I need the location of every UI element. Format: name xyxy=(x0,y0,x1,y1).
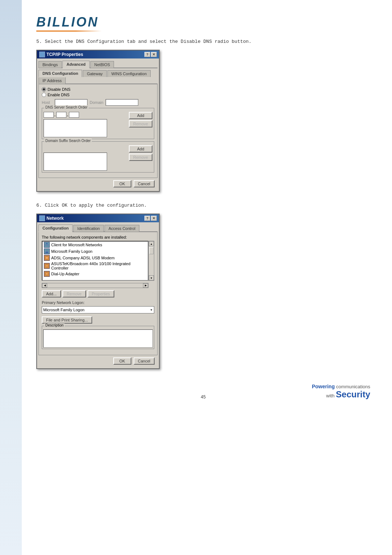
network-title-left: Network xyxy=(39,215,64,221)
tcpip-title-text: TCP/IP Properties xyxy=(46,52,83,57)
network-item-3[interactable]: ADSL Company ADSL USB Modem xyxy=(42,255,148,261)
network-item-4[interactable]: ASUSTeK/Broadcom 440x 10/100 Integrated … xyxy=(42,261,148,271)
domain-add-button[interactable]: Add xyxy=(129,145,152,153)
tab-gateway[interactable]: Gateway xyxy=(83,70,106,77)
dns-remove-button[interactable]: Remove xyxy=(129,120,152,127)
network-scrollbar[interactable]: ▲ ▼ xyxy=(148,241,154,281)
network-icon-1 xyxy=(44,242,50,248)
close-button[interactable]: ✕ xyxy=(151,52,157,57)
tab-ip-address[interactable]: IP Address xyxy=(38,77,66,84)
network-tabs-row: Configuration Identification Access Cont… xyxy=(38,224,158,232)
dns-add-button[interactable]: Add xyxy=(129,112,152,119)
network-item-1[interactable]: Client for Microsoft Networks xyxy=(42,242,148,248)
tcpip-dialog-controls: ? ✕ xyxy=(144,52,157,57)
network-close-button[interactable]: ✕ xyxy=(151,216,157,221)
scroll-down-arrow[interactable]: ▼ xyxy=(149,275,154,280)
network-icon-4 xyxy=(44,263,50,269)
tab-identification[interactable]: Identification xyxy=(73,225,104,232)
net-remove-button[interactable]: Remove xyxy=(62,290,86,297)
network-content: Configuration Identification Access Cont… xyxy=(37,222,159,368)
tabs-row1: Bindings Advanced NetBIOS xyxy=(38,60,158,68)
network-title-text: Network xyxy=(46,216,64,221)
domain-suffix-list[interactable] xyxy=(44,153,107,171)
step6-text: 6. Click OK to apply the configuration. xyxy=(36,203,370,208)
brand-tagline: Powering communicationswith Security xyxy=(259,384,370,400)
ip-seg2[interactable] xyxy=(56,112,66,118)
scroll-thumb[interactable] xyxy=(149,247,154,254)
tab-dns-config[interactable]: DNS Configuration xyxy=(38,70,82,77)
network-cancel-button[interactable]: Cancel xyxy=(134,357,155,365)
brand-area: Powering communicationswith Security xyxy=(259,384,370,400)
tabs-row2: DNS Configuration Gateway WINS Configura… xyxy=(38,69,158,84)
dns-server-content: . . Add Remove xyxy=(44,112,152,137)
hscroll-left-arrow[interactable]: ◀ xyxy=(42,283,47,288)
description-box: Description xyxy=(42,326,154,349)
hscroll-right-arrow[interactable]: ▶ xyxy=(143,283,148,288)
radio-disable-dns[interactable]: Disable DNS xyxy=(42,87,154,92)
svg-rect-1 xyxy=(46,243,48,244)
radio-enable-dns-input[interactable] xyxy=(42,93,46,97)
domain-suffix-content: Add Remove xyxy=(44,145,152,171)
radio-enable-dns[interactable]: Enable DNS xyxy=(42,93,154,97)
network-dialog: Network ? ✕ Configuration Identification… xyxy=(36,214,160,369)
dns-server-buttons: Add Remove xyxy=(129,112,152,127)
primary-logon-dropdown[interactable]: Microsoft Family Logon ▼ xyxy=(42,306,154,313)
dns-server-section: DNS Server Search Order . . xyxy=(42,108,154,139)
network-help-button[interactable]: ? xyxy=(144,216,150,221)
domain-label: Domain xyxy=(90,100,103,105)
network-item-5[interactable]: Dial-Up Adapter xyxy=(42,271,148,277)
network-item-label-1: Client for Microsoft Networks xyxy=(51,243,102,247)
svg-rect-5 xyxy=(46,257,48,259)
description-legend: Description xyxy=(44,323,65,327)
network-item-label-2: Microsoft Family Logon xyxy=(51,249,93,254)
tab-wins[interactable]: WINS Configuration xyxy=(107,70,151,77)
tcpip-cancel-button[interactable]: Cancel xyxy=(134,180,155,187)
tcpip-titlebar: TCP/IP Properties ? ✕ xyxy=(37,50,159,58)
net-add-button[interactable]: Add... xyxy=(42,290,61,297)
tab-netbios[interactable]: NetBIOS xyxy=(90,61,114,68)
host-label: Host xyxy=(42,100,53,105)
network-title-icon xyxy=(39,215,45,221)
domain-suffix-buttons: Add Remove xyxy=(129,145,152,161)
tcpip-title-icon xyxy=(39,52,45,57)
tcpip-footer: OK Cancel xyxy=(38,178,158,190)
network-scroll-area: Client for Microsoft Networks Microsoft … xyxy=(42,241,148,281)
host-input[interactable] xyxy=(55,99,87,106)
net-properties-button[interactable]: Properties xyxy=(87,290,114,297)
radio-disable-dns-input[interactable] xyxy=(42,87,46,92)
network-intro-text: The following network components are ins… xyxy=(42,235,154,239)
client-icon xyxy=(45,243,49,247)
ip-seg1[interactable] xyxy=(44,112,54,118)
domain-remove-button[interactable]: Remove xyxy=(129,154,152,161)
help-button[interactable]: ? xyxy=(144,52,150,57)
ip-seg3[interactable] xyxy=(69,112,79,118)
host-domain-row: Host Domain xyxy=(42,99,154,106)
network-icon-5 xyxy=(44,271,50,277)
svg-point-9 xyxy=(46,273,48,275)
tcpip-ok-button[interactable]: OK xyxy=(113,180,131,187)
network-dialog-controls: ? ✕ xyxy=(144,216,157,221)
network-icon-2 xyxy=(44,248,50,254)
file-sharing-button[interactable]: File and Print Sharing... xyxy=(42,316,92,324)
dialup-icon xyxy=(45,272,49,276)
tab-bindings[interactable]: Bindings xyxy=(38,61,62,68)
tab-advanced[interactable]: Advanced xyxy=(62,61,90,68)
tab-configuration[interactable]: Configuration xyxy=(38,224,73,232)
network-ok-button[interactable]: OK xyxy=(113,357,131,365)
domain-suffix-section: Domain Suffix Search Order Add Remove xyxy=(42,141,154,173)
dns-server-legend: DNS Server Search Order xyxy=(44,105,89,109)
network-hscrollbar[interactable]: ◀ ▶ xyxy=(42,283,148,288)
radio-enable-dns-label: Enable DNS xyxy=(48,93,70,97)
tab-access-control[interactable]: Access Control xyxy=(105,225,139,232)
logo-underline xyxy=(36,31,102,32)
network-item-2[interactable]: Microsoft Family Logon xyxy=(42,248,148,255)
dns-server-list[interactable] xyxy=(44,119,107,137)
network-tab-content: The following network components are ins… xyxy=(38,232,158,355)
description-content xyxy=(43,329,153,348)
page-footer: 45 Powering communicationswith Security xyxy=(36,380,370,400)
network-list-container: Client for Microsoft Networks Microsoft … xyxy=(42,241,154,281)
primary-logon-label: Primary Network Logon: xyxy=(42,300,154,305)
asus-icon xyxy=(45,264,49,268)
scroll-up-arrow[interactable]: ▲ xyxy=(149,241,154,246)
domain-input[interactable] xyxy=(106,99,138,106)
